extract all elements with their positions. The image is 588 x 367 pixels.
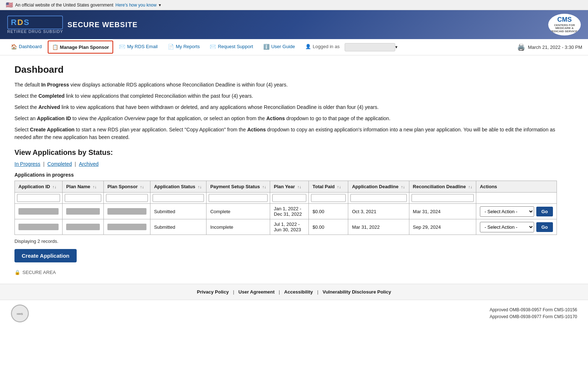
svg-text:HHS: HHS bbox=[17, 312, 23, 316]
redacted-plan-name-2 bbox=[66, 224, 100, 230]
print-icon[interactable]: 🖨️ bbox=[517, 43, 525, 51]
filter-row bbox=[15, 193, 557, 204]
row2-select-action[interactable]: - Select Action - bbox=[480, 222, 534, 232]
row1-app-deadline: Oct 3, 2021 bbox=[348, 204, 409, 219]
redacted-app-id-1 bbox=[18, 208, 59, 215]
nav-item-user-guide[interactable]: ℹ️ User Guide bbox=[258, 39, 300, 55]
col-header-actions: Actions bbox=[476, 181, 557, 193]
filter-payment-status-input[interactable] bbox=[209, 194, 268, 202]
row1-payment-status: Complete bbox=[206, 204, 270, 219]
filter-app-deadline bbox=[348, 193, 409, 204]
desc-3: Select the Archived link to view applica… bbox=[14, 104, 557, 111]
redacted-app-id-2 bbox=[18, 224, 59, 230]
row1-app-id bbox=[15, 204, 63, 219]
row2-app-status: Submitted bbox=[150, 219, 206, 235]
row1-total-paid: $0.00 bbox=[309, 204, 348, 219]
privacy-policy-link[interactable]: Privacy Policy bbox=[197, 289, 229, 295]
filter-app-deadline-input[interactable] bbox=[350, 194, 406, 202]
section-title: View Applications by Status: bbox=[14, 148, 557, 157]
secure-area-label: SECURE AREA bbox=[22, 270, 56, 275]
col-header-recon-deadline[interactable]: Reconciliation Deadline ↑↓ bbox=[409, 181, 476, 193]
filter-app-status bbox=[150, 193, 206, 204]
filter-plan-sponsor-input[interactable] bbox=[106, 194, 148, 202]
filter-recon-deadline-input[interactable] bbox=[412, 194, 474, 202]
nav-item-my-reports[interactable]: 📄 My Reports bbox=[163, 39, 205, 55]
desc-2: Select the Completed link to view applic… bbox=[14, 92, 557, 100]
nav-left: 🏠 Dashboard 📋 Manage Plan Sponsor ✉️ My … bbox=[6, 39, 397, 55]
row1-select-action[interactable]: - Select Action - bbox=[480, 206, 534, 217]
row1-plan-year: Jan 1, 2022 - Dec 31, 2022 bbox=[270, 204, 309, 219]
col-header-app-status[interactable]: Application Status ↑↓ bbox=[150, 181, 206, 193]
user-agreement-link[interactable]: User Agreement bbox=[238, 289, 274, 295]
gov-banner: 🇺🇸 An official website of the United Sta… bbox=[0, 0, 588, 10]
filter-plan-year bbox=[270, 193, 309, 204]
row1-actions-cell: - Select Action - Go bbox=[480, 206, 553, 217]
col-header-total-paid[interactable]: Total Paid ↑↓ bbox=[309, 181, 348, 193]
info-icon: ℹ️ bbox=[263, 44, 269, 50]
footer-bottom: HHS Approved OMB-0938-0957 Form CMS-1015… bbox=[0, 300, 588, 327]
nav-item-manage-plan-sponsor[interactable]: 📋 Manage Plan Sponsor bbox=[48, 41, 114, 54]
hhs-seal: HHS bbox=[11, 304, 29, 322]
nav-item-my-rds-email[interactable]: ✉️ My RDS Email bbox=[114, 39, 163, 55]
filter-app-status-input[interactable] bbox=[153, 194, 204, 202]
status-link-archived[interactable]: Archived bbox=[79, 161, 98, 167]
create-application-button[interactable]: Create Application bbox=[14, 249, 77, 262]
filter-plan-sponsor bbox=[103, 193, 150, 204]
nav-item-request-support[interactable]: ✉️ Request Support bbox=[205, 39, 258, 55]
row2-total-paid: $0.00 bbox=[309, 219, 348, 235]
row1-actions: - Select Action - Go bbox=[476, 204, 557, 219]
secure-area: 🔒 SECURE AREA bbox=[14, 270, 557, 275]
vulnerability-disclosure-link[interactable]: Vulnerability Disclosure Policy bbox=[323, 289, 391, 295]
main-content: Dashboard The default In Progress view d… bbox=[0, 55, 571, 284]
sort-app-status: ↑↓ bbox=[198, 185, 202, 189]
status-link-completed[interactable]: Completed bbox=[47, 161, 72, 167]
nav-my-rds-email-label: My RDS Email bbox=[127, 44, 158, 49]
support-icon: ✉️ bbox=[210, 44, 216, 50]
col-header-plan-name[interactable]: Plan Name ↑↓ bbox=[63, 181, 104, 193]
desc-5: Select Create Application to start a new… bbox=[14, 126, 557, 141]
manage-plan-sponsor-icon: 📋 bbox=[52, 44, 58, 50]
col-header-plan-year[interactable]: Plan Year ↑↓ bbox=[270, 181, 309, 193]
table-header-row: Application ID ↑↓ Plan Name ↑↓ Plan Spon… bbox=[15, 181, 557, 193]
home-icon: 🏠 bbox=[11, 44, 17, 50]
filter-total-paid bbox=[309, 193, 348, 204]
rds-logo: RDS RETIREE DRUG SUBSIDY bbox=[7, 16, 63, 34]
sort-plan-sponsor: ↑↓ bbox=[140, 185, 144, 189]
desc-1: The default In Progress view displays ac… bbox=[14, 81, 557, 89]
nav-user-guide-label: User Guide bbox=[271, 44, 295, 49]
col-header-payment-status[interactable]: Payment Setup Status ↑↓ bbox=[206, 181, 270, 193]
col-header-app-deadline[interactable]: Application Deadline ↑↓ bbox=[348, 181, 409, 193]
nav-my-reports-label: My Reports bbox=[176, 44, 200, 49]
heres-how-link[interactable]: Here's how you know bbox=[115, 3, 157, 8]
logo-box: RDS bbox=[7, 16, 63, 29]
nav-user-input[interactable] bbox=[345, 43, 395, 51]
nav-item-dashboard[interactable]: 🏠 Dashboard bbox=[6, 39, 47, 55]
sort-total-paid: ↑↓ bbox=[337, 185, 341, 189]
cms-logo: CMS CENTERS FORMEDICARE &MEDICAID SERVIC… bbox=[548, 14, 581, 35]
status-link-in-progress[interactable]: In Progress bbox=[14, 161, 41, 167]
accessibility-link[interactable]: Accessibility bbox=[284, 289, 313, 295]
cms-arc-text: CMS bbox=[550, 16, 579, 24]
sort-payment-status: ↑↓ bbox=[262, 185, 266, 189]
row1-go-button[interactable]: Go bbox=[536, 207, 553, 216]
row2-go-button[interactable]: Go bbox=[536, 222, 553, 232]
filter-app-id bbox=[15, 193, 63, 204]
col-header-plan-sponsor[interactable]: Plan Sponsor ↑↓ bbox=[103, 181, 150, 193]
filter-plan-year-input[interactable] bbox=[272, 194, 306, 202]
filter-plan-name-input[interactable] bbox=[65, 194, 101, 202]
row2-app-id bbox=[15, 219, 63, 235]
row1-recon-deadline: Mar 31, 2024 bbox=[409, 204, 476, 219]
row2-app-deadline: Mar 31, 2022 bbox=[348, 219, 409, 235]
filter-payment-status bbox=[206, 193, 270, 204]
user-dropdown-chevron[interactable]: ▾ bbox=[395, 45, 397, 50]
logo-area: RDS RETIREE DRUG SUBSIDY SECURE WEBSITE bbox=[7, 16, 138, 34]
filter-app-id-input[interactable] bbox=[17, 194, 60, 202]
row2-recon-deadline: Sep 29, 2024 bbox=[409, 219, 476, 235]
filter-recon-deadline bbox=[409, 193, 476, 204]
displaying-text: Displaying 2 records. bbox=[14, 239, 557, 244]
row1-plan-sponsor bbox=[103, 204, 150, 219]
reports-icon: 📄 bbox=[168, 44, 174, 50]
filter-total-paid-input[interactable] bbox=[311, 194, 346, 202]
row2-plan-year: Jul 1, 2022 - Jun 30, 2023 bbox=[270, 219, 309, 235]
col-header-app-id[interactable]: Application ID ↑↓ bbox=[15, 181, 63, 193]
